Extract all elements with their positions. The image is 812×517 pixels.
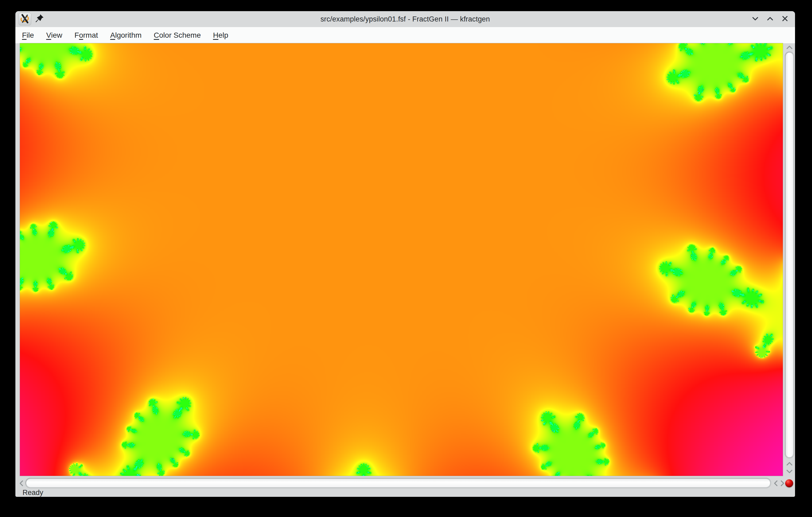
chevron-up-icon: [765, 14, 775, 24]
menu-item-label: F: [75, 31, 79, 39]
chevron-down-icon: [751, 14, 760, 24]
chevron-left-icon: [773, 480, 779, 487]
status-bar: Ready: [16, 488, 795, 497]
horizontal-scroll-left-button-2[interactable]: [773, 479, 779, 487]
menu-item-format[interactable]: Format: [68, 27, 104, 43]
window-title: src/examples/ypsilon01.fsf - FractGen II…: [16, 11, 795, 27]
menu-item-file[interactable]: File: [16, 27, 40, 43]
chevron-down-icon: [786, 469, 793, 474]
menu-item-algorithm[interactable]: Algorithm: [104, 27, 148, 43]
fractal-viewport: [20, 43, 783, 476]
window-controls: [750, 11, 790, 27]
horizontal-scroll-left-button[interactable]: [18, 479, 25, 487]
chevron-left-icon: [19, 480, 24, 487]
fractal-canvas[interactable]: [20, 43, 783, 476]
horizontal-scroll-thumb[interactable]: [26, 479, 771, 488]
minimize-button[interactable]: [750, 14, 760, 24]
status-led-indicator: [785, 479, 793, 487]
horizontal-scrollbar[interactable]: [25, 478, 771, 488]
vertical-scroll-up-button-2[interactable]: [785, 461, 794, 467]
close-button[interactable]: [780, 14, 790, 24]
vertical-scroll-up-button[interactable]: [785, 44, 794, 51]
title-bar[interactable]: src/examples/ypsilon01.fsf - FractGen II…: [16, 11, 795, 27]
menu-item-color-scheme[interactable]: Color Scheme: [148, 27, 207, 43]
vertical-scroll-thumb[interactable]: [785, 52, 793, 458]
vertical-scrollbar[interactable]: [785, 52, 794, 458]
chevron-up-icon: [786, 461, 793, 467]
app-window: src/examples/ypsilon01.fsf - FractGen II…: [16, 11, 795, 497]
chevron-right-icon: [780, 480, 785, 487]
maximize-button[interactable]: [765, 14, 775, 24]
menu-bar: File View Format Algorithm Color Scheme …: [16, 27, 795, 43]
close-icon: [780, 14, 789, 24]
menu-item-help[interactable]: Help: [207, 27, 234, 43]
chevron-up-icon: [786, 45, 793, 50]
horizontal-scroll-right-button[interactable]: [779, 479, 785, 487]
menu-item-view[interactable]: View: [40, 27, 68, 43]
status-message: Ready: [23, 489, 43, 497]
desktop: { "window": { "title": "src/examples/yps…: [0, 0, 812, 517]
vertical-scroll-down-button[interactable]: [785, 468, 794, 474]
